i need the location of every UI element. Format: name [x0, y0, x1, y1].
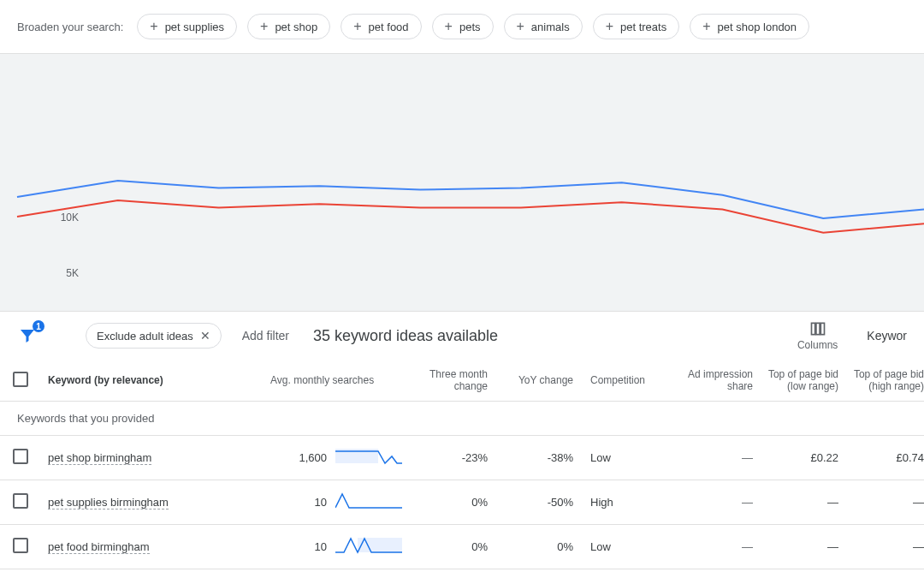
svg-rect-3: [820, 323, 824, 334]
table-header-row: Keyword (by relevance) Avg. monthly sear…: [0, 360, 924, 402]
avg-searches-cell: 1,600: [270, 446, 402, 469]
bid-high-cell: —: [845, 480, 924, 525]
col-avg[interactable]: Avg. monthly searches: [264, 360, 409, 402]
plus-icon: +: [260, 20, 268, 33]
y-tick-5k: 5K: [66, 267, 79, 279]
sparkline: [335, 491, 402, 514]
filter-bar: 1 Exclude adult ideas ✕ Add filter 35 ke…: [0, 311, 924, 360]
row-checkbox[interactable]: [13, 449, 28, 464]
row-checkbox[interactable]: [13, 538, 28, 553]
three-month-cell: 0%: [409, 525, 495, 569]
broaden-pill[interactable]: +pet shop: [247, 14, 330, 39]
col-three-month[interactable]: Three month change: [409, 360, 495, 402]
avg-searches-cell: 10: [270, 535, 402, 558]
ad-share-cell: —: [666, 480, 760, 525]
col-bid-low[interactable]: Top of page bid (low range): [760, 360, 845, 402]
competition-cell: Low: [580, 436, 666, 480]
y-tick-10k: 10K: [61, 212, 79, 223]
broaden-pill[interactable]: +pet treats: [593, 14, 680, 39]
add-filter-button[interactable]: Add filter: [242, 329, 289, 343]
broaden-pill[interactable]: +pets: [432, 14, 494, 39]
row-checkbox[interactable]: [13, 493, 28, 509]
plus-icon: +: [702, 20, 710, 33]
bid-low-cell: —: [760, 480, 845, 525]
col-competition[interactable]: Competition: [580, 360, 666, 402]
columns-button[interactable]: Columns: [797, 320, 838, 351]
keyword-view-label: Keywor: [867, 329, 907, 343]
plus-icon: +: [353, 20, 361, 33]
competition-cell: High: [580, 480, 666, 525]
sparkline: [335, 535, 402, 558]
yoy-cell: -38%: [495, 436, 580, 480]
svg-rect-1: [811, 323, 814, 334]
broaden-label: Broaden your search:: [17, 21, 123, 33]
broaden-pill[interactable]: +pet food: [341, 14, 421, 39]
bid-low-cell: £0.22: [760, 436, 845, 480]
filter-count-badge: 1: [33, 320, 44, 332]
keyword-ideas-table: Keyword (by relevance) Avg. monthly sear…: [0, 360, 924, 569]
keyword-link[interactable]: pet supplies birmingham: [48, 496, 169, 509]
section-provided-keywords: Keywords that you provided: [0, 402, 924, 436]
bid-high-cell: —: [845, 525, 924, 569]
chart-series-line: [17, 181, 924, 218]
columns-icon: [809, 320, 826, 337]
plus-icon: +: [445, 20, 453, 33]
plus-icon: +: [150, 20, 157, 33]
svg-rect-2: [816, 323, 820, 334]
sparkline: [335, 446, 402, 469]
col-bid-high[interactable]: Top of page bid (high range): [845, 360, 924, 402]
col-yoy[interactable]: YoY change: [495, 360, 580, 402]
keyword-link[interactable]: pet food birmingham: [48, 540, 150, 554]
three-month-cell: -23%: [409, 436, 495, 480]
keyword-link[interactable]: pet shop birmingham: [48, 451, 151, 465]
table-row: pet supplies birmingham100%-50%High———: [0, 480, 924, 525]
table-row: pet shop birmingham1,600-23%-38%Low—£0.2…: [0, 436, 924, 480]
yoy-cell: -50%: [495, 480, 580, 525]
plus-icon: +: [606, 20, 613, 33]
col-ad-share[interactable]: Ad impression share: [666, 360, 760, 402]
broaden-pill[interactable]: +animals: [504, 14, 583, 39]
filter-funnel-button[interactable]: 1: [17, 325, 38, 346]
select-all-checkbox[interactable]: [13, 372, 28, 387]
plus-icon: +: [517, 20, 524, 33]
avg-searches-cell: 10: [270, 491, 402, 514]
col-keyword[interactable]: Keyword (by relevance): [41, 360, 264, 402]
yoy-cell: 0%: [495, 525, 580, 569]
competition-cell: Low: [580, 525, 666, 569]
broaden-search-bar: Broaden your search: +pet supplies +pet …: [0, 0, 924, 54]
ad-share-cell: —: [666, 525, 760, 569]
bid-high-cell: £0.74: [845, 436, 924, 480]
ideas-count: 35 keyword ideas available: [313, 327, 498, 345]
three-month-cell: 0%: [409, 480, 495, 525]
broaden-pill[interactable]: +pet supplies: [137, 14, 237, 39]
chart-series-line: [17, 200, 924, 233]
trend-chart: 10K 5K 0 Feb 2024MarAprMayJunJulAugSeptO…: [0, 54, 924, 311]
ad-share-cell: —: [666, 436, 760, 480]
bid-low-cell: —: [760, 525, 845, 569]
close-icon[interactable]: ✕: [200, 329, 210, 343]
table-row: pet food birmingham100%0%Low———: [0, 525, 924, 569]
broaden-pill[interactable]: +pet shop london: [690, 14, 809, 39]
chart-svg: 10K 5K 0 Feb 2024MarAprMayJunJulAugSeptO…: [0, 54, 924, 311]
filter-chip-exclude-adult[interactable]: Exclude adult ideas ✕: [86, 323, 222, 349]
